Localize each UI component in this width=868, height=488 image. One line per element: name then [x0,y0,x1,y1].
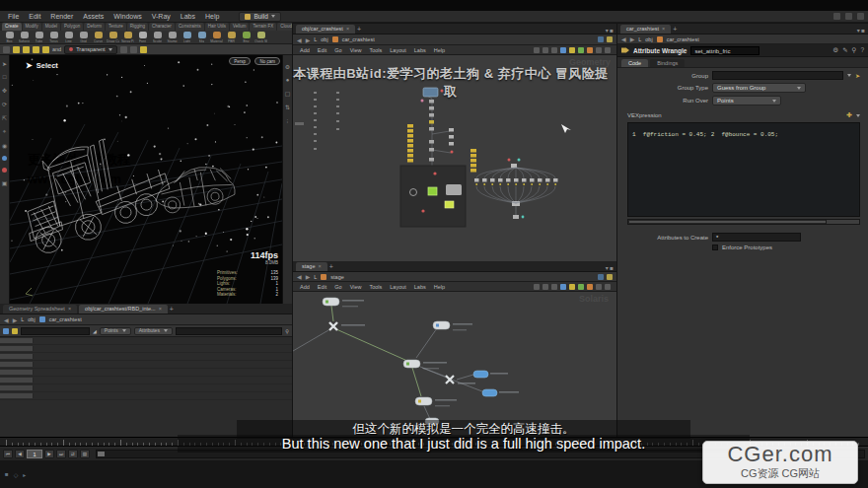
shelf-tool[interactable]: Spray Paint [121,32,134,42]
trash-icon[interactable] [551,284,557,290]
display-options-icon[interactable]: ⚙ [285,63,290,70]
network-menu-item[interactable]: Go [333,47,342,53]
menu-item[interactable]: V-Ray [148,12,175,21]
menu-item[interactable]: Render [46,12,77,21]
group-filter-input[interactable] [21,327,90,335]
desktop-selector[interactable]: Build [239,12,280,22]
step-back-button[interactable]: ◀ [15,450,25,458]
shelf-tool[interactable]: Sculpt [151,32,164,42]
lop-node-blue[interactable] [473,371,508,378]
lop-node[interactable] [415,397,457,406]
tab-parameters[interactable]: car_crashtest× [620,25,671,34]
shelf-tool[interactable]: Torus [47,32,60,42]
close-icon[interactable]: × [662,26,665,32]
help-icon[interactable]: ? [860,46,864,54]
shelf-tool[interactable]: PBR [225,32,238,42]
shelf-tab[interactable]: Constraints [176,23,204,31]
shelf-tool[interactable]: Sphere [18,32,31,42]
shelf-tab[interactable]: Rigging [127,23,148,31]
enforce-prototypes-checkbox[interactable] [712,244,718,250]
tab-spreadsheet-path[interactable]: obj/car_crashtest/RBD_inte...× [79,305,168,314]
gear-icon[interactable]: ⚙ [832,46,838,54]
breadcrumb-node[interactable]: car_crashtest [342,36,375,42]
breadcrumb-node[interactable]: car_crashtest [667,36,699,42]
vex-code-editor[interactable]: 1 f@friction = 0.45;2 f@bounce = 0.05; [627,122,860,217]
shelf-tab[interactable]: Polygon [61,23,83,31]
shelf-tool[interactable]: Light [181,32,193,42]
network-menu-item[interactable]: Layout [389,284,407,290]
select-components-icon[interactable] [23,46,30,53]
shelf-tool[interactable]: Curve [92,32,105,42]
tree-child-node[interactable] [482,178,487,182]
shelf-tool[interactable]: Stamp [166,32,179,42]
attrib-filter-input[interactable] [176,327,282,335]
play-button[interactable]: ▶ [44,450,54,458]
menu-item[interactable]: Assets [79,12,108,21]
search-icon[interactable] [596,284,602,290]
search-icon[interactable]: ⚲ [852,46,857,54]
shelf-tool[interactable]: Tube [33,32,45,42]
persp-pill-button[interactable]: Persp [229,57,251,65]
tree-child-node[interactable] [498,178,503,182]
update-mode-icon[interactable] [833,13,840,20]
pane-menu-icon[interactable]: ▾ ■ [606,27,614,34]
pan-icon[interactable] [542,284,548,290]
network-menu-item[interactable]: Edit [317,284,327,290]
breadcrumb-context[interactable]: obj [321,36,327,42]
rotate-tool-icon[interactable]: ⟳ [2,101,7,107]
network-box[interactable] [400,166,466,227]
current-frame-field[interactable]: 1 [27,450,42,458]
handles-tool-icon[interactable]: ⌖ [3,128,6,135]
camera-tool-icon[interactable]: ▣ [2,179,8,186]
close-icon[interactable]: × [318,263,321,269]
table-row[interactable] [0,392,292,400]
code-scrollbar[interactable] [627,219,860,225]
network-menu-item[interactable]: Tools [368,47,383,53]
shelf-tab[interactable]: Texture [106,23,126,31]
back-icon[interactable]: ◀ [4,316,9,323]
network-menu-item[interactable]: Edit [317,47,327,53]
merge-x-node[interactable] [446,376,475,384]
add-attrib-icon[interactable]: ✚ [846,111,852,119]
network-menu-item[interactable]: View [349,284,363,290]
select-tool-icon[interactable]: ➤ [2,60,7,67]
network-menu-item[interactable]: Help [433,284,446,290]
menu-item[interactable]: File [4,12,23,21]
template-flag-icon[interactable] [569,47,575,53]
render-flag-icon[interactable] [578,284,584,290]
group-select-arrow-icon[interactable]: ➤ [855,72,860,79]
pin-icon[interactable]: L [638,36,641,42]
yellow-node-stack[interactable] [407,124,413,163]
lop-node[interactable] [403,360,447,369]
merge-x-node[interactable] [329,322,365,330]
group-type-dropdown[interactable]: Guess from Group [712,83,806,93]
display-flag-icon[interactable] [560,284,566,290]
shelf-tool[interactable]: Grid [77,32,90,42]
scale-tool-icon[interactable]: ⇱ [2,114,7,121]
points-toggle-icon[interactable]: ⁝ [287,117,289,124]
pointer-icon[interactable] [534,284,540,290]
color-swatch-icon[interactable] [598,36,604,42]
chevron-down-icon[interactable] [856,114,860,117]
tree-child-node[interactable] [490,178,495,182]
tree-child-node[interactable] [506,178,511,182]
camera-pill-button[interactable]: No cam [254,57,280,65]
pan-icon[interactable] [542,47,548,53]
tree-child-node[interactable] [474,178,479,182]
close-icon[interactable]: × [346,26,349,32]
help-icon[interactable] [857,13,864,20]
run-over-dropdown[interactable]: Points [712,96,781,105]
breadcrumb-context[interactable]: stage [330,274,343,280]
pane-menu-icon[interactable]: ▾ ■ [857,27,865,34]
pencil-icon[interactable]: ✎ [842,46,847,54]
frame-slider-handle[interactable] [98,452,105,456]
display-flag-icon[interactable] [560,47,566,53]
grid-toggle-icon[interactable] [130,46,137,53]
chevron-down-icon[interactable] [847,74,851,77]
jump-end-button[interactable]: ⏭ [56,450,66,458]
render-flag-icon[interactable] [578,47,584,53]
back-icon[interactable]: ◀ [297,36,302,43]
shelf-tab[interactable]: Character [149,23,175,31]
shelf-tool[interactable]: Font [136,32,149,42]
tab-bindings[interactable]: Bindings [650,59,685,67]
